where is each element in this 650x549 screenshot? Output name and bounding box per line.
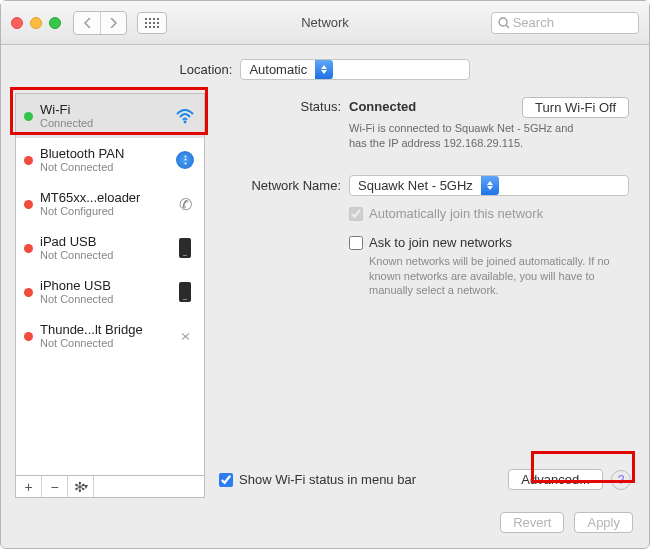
advanced-button[interactable]: Advanced... <box>508 469 603 490</box>
forward-button[interactable] <box>100 12 126 34</box>
close-window-button[interactable] <box>11 17 23 29</box>
detail-panel: Status: Connected Turn Wi-Fi Off Wi-Fi i… <box>215 93 635 498</box>
svg-rect-1 <box>149 18 151 20</box>
network-name-value: Squawk Net - 5GHz <box>358 178 473 193</box>
show-menubar-checkbox[interactable] <box>219 473 233 487</box>
status-label: Status: <box>221 97 341 114</box>
status-dot-icon <box>24 244 33 253</box>
search-input[interactable] <box>513 15 632 30</box>
chevron-updown-icon <box>315 60 333 79</box>
sidebar-item-bluetooth-pan[interactable]: Bluetooth PAN Not Connected ⋮ <box>16 138 204 182</box>
remove-interface-button[interactable]: − <box>42 476 68 497</box>
svg-rect-5 <box>149 22 151 24</box>
interface-name: iPhone USB <box>40 278 174 294</box>
auto-join-label: Automatically join this network <box>369 206 543 221</box>
svg-rect-11 <box>157 26 159 28</box>
telephony-icon: ✆ <box>174 195 196 214</box>
chevron-updown-icon <box>481 176 499 195</box>
interface-status: Not Configured <box>40 205 174 218</box>
turn-wifi-off-button[interactable]: Turn Wi-Fi Off <box>522 97 629 118</box>
svg-point-14 <box>184 121 187 124</box>
zoom-window-button[interactable] <box>49 17 61 29</box>
svg-rect-6 <box>153 22 155 24</box>
titlebar: Network <box>1 1 649 45</box>
location-value: Automatic <box>249 62 307 77</box>
bridge-icon <box>174 334 196 339</box>
sidebar-item-iphone-usb[interactable]: iPhone USB Not Connected <box>16 270 204 314</box>
interface-name: Wi-Fi <box>40 102 174 118</box>
minimize-window-button[interactable] <box>30 17 42 29</box>
window-footer: Revert Apply <box>1 506 649 548</box>
status-dot-icon <box>24 156 33 165</box>
ask-join-label: Ask to join new networks <box>369 235 512 250</box>
svg-rect-10 <box>153 26 155 28</box>
location-select[interactable]: Automatic <box>240 59 470 80</box>
interface-status: Connected <box>40 117 174 130</box>
network-name-select[interactable]: Squawk Net - 5GHz <box>349 175 629 196</box>
apply-button[interactable]: Apply <box>574 512 633 533</box>
add-interface-button[interactable]: + <box>16 476 42 497</box>
nav-back-forward <box>73 11 127 35</box>
svg-rect-8 <box>145 26 147 28</box>
status-dot-icon <box>24 288 33 297</box>
search-icon <box>498 17 509 29</box>
ask-join-checkbox[interactable] <box>349 236 363 250</box>
auto-join-checkbox-row: Automatically join this network <box>349 206 629 221</box>
interface-name: Bluetooth PAN <box>40 146 174 162</box>
interface-list: Wi-Fi Connected Bluetooth PAN Not Connec… <box>15 93 205 475</box>
status-dot-icon <box>24 200 33 209</box>
sidebar-item-thunderbolt-bridge[interactable]: Thunde...lt Bridge Not Connected <box>16 314 204 358</box>
status-value: Connected <box>349 97 416 114</box>
help-button[interactable]: ? <box>611 470 631 490</box>
location-row: Location: Automatic <box>1 45 649 83</box>
svg-line-13 <box>506 25 509 28</box>
show-menubar-label: Show Wi-Fi status in menu bar <box>239 472 416 487</box>
auto-join-checkbox <box>349 207 363 221</box>
bluetooth-icon: ⋮ <box>174 151 196 169</box>
svg-rect-2 <box>153 18 155 20</box>
show-all-prefs-button[interactable] <box>137 12 167 34</box>
wifi-icon <box>174 108 196 124</box>
svg-rect-3 <box>157 18 159 20</box>
location-label: Location: <box>180 62 233 77</box>
window-controls <box>11 17 61 29</box>
interface-actions-menu[interactable]: ✻▾ <box>68 476 94 497</box>
revert-button[interactable]: Revert <box>500 512 564 533</box>
interface-status: Not Connected <box>40 337 174 350</box>
search-field[interactable] <box>491 12 639 34</box>
interface-status: Not Connected <box>40 161 174 174</box>
show-menubar-row: Show Wi-Fi status in menu bar <box>219 472 416 487</box>
svg-rect-0 <box>145 18 147 20</box>
interface-name: MT65xx...eloader <box>40 190 174 206</box>
status-dot-icon <box>24 332 33 341</box>
status-dot-icon <box>24 112 33 121</box>
interface-status: Not Connected <box>40 293 174 306</box>
sidebar-item-ipad-usb[interactable]: iPad USB Not Connected <box>16 226 204 270</box>
svg-rect-9 <box>149 26 151 28</box>
interface-name: iPad USB <box>40 234 174 250</box>
interface-list-footer: + − ✻▾ <box>15 475 205 498</box>
network-name-label: Network Name: <box>221 178 341 193</box>
ask-join-description: Known networks will be joined automatica… <box>369 254 629 299</box>
sidebar-item-wifi[interactable]: Wi-Fi Connected <box>16 94 204 138</box>
ask-join-checkbox-row: Ask to join new networks <box>349 235 629 250</box>
sidebar-item-mt65xx[interactable]: MT65xx...eloader Not Configured ✆ <box>16 182 204 226</box>
svg-point-12 <box>499 18 507 26</box>
interface-name: Thunde...lt Bridge <box>40 322 174 338</box>
svg-rect-4 <box>145 22 147 24</box>
device-icon <box>174 282 196 302</box>
svg-rect-7 <box>157 22 159 24</box>
back-button[interactable] <box>74 12 100 34</box>
interface-status: Not Connected <box>40 249 174 262</box>
status-description: Wi-Fi is connected to Squawk Net - 5GHz … <box>349 121 589 151</box>
device-icon <box>174 238 196 258</box>
